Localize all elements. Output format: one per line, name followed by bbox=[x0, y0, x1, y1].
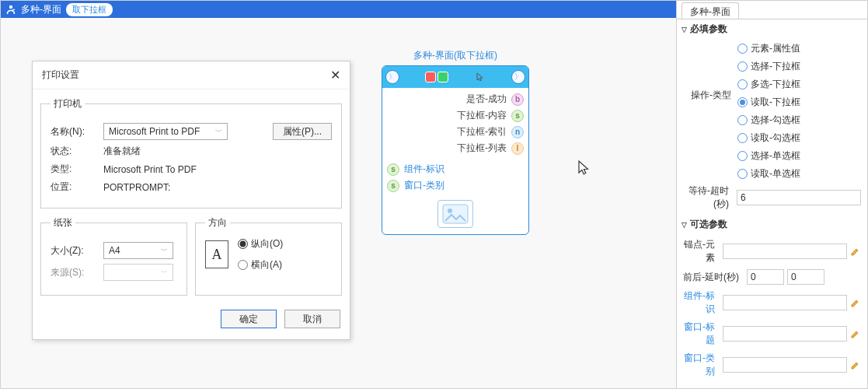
node-type-icon bbox=[425, 72, 448, 82]
operation-type-option[interactable]: 选择-单选框 bbox=[737, 149, 800, 163]
type-value: Microsoft Print To PDF bbox=[103, 164, 197, 175]
radio-icon bbox=[737, 61, 748, 72]
print-settings-dialog: 打印设置 ✕ 打印机 名称(N): Microsoft Print to PDF… bbox=[32, 61, 350, 340]
source-label: 来源(S): bbox=[51, 266, 97, 279]
flow-node[interactable]: 多种-界面(取下拉框) 〉 〉 是否-成功b下拉框-内容s下拉框-索引n下拉 bbox=[382, 49, 529, 235]
operation-type-option[interactable]: 读取-下拉框 bbox=[737, 96, 800, 109]
node-input-port[interactable]: s组件-标识 bbox=[382, 161, 528, 177]
type-badge-icon: s bbox=[511, 110, 524, 122]
window-title-input[interactable] bbox=[723, 326, 847, 342]
ok-button[interactable]: 确定 bbox=[221, 310, 277, 328]
size-label: 大小(Z): bbox=[51, 244, 97, 258]
portrait-radio[interactable]: 纵向(O) bbox=[238, 237, 283, 251]
window-title-label[interactable]: 窗口-标题 bbox=[683, 321, 720, 347]
svg-point-2 bbox=[448, 209, 452, 213]
paper-source-combo: ﹀ bbox=[103, 264, 173, 281]
node-header: 〉 〉 bbox=[382, 66, 528, 88]
printer-name-combo[interactable]: Microsoft Print to PDF ﹀ bbox=[103, 123, 228, 140]
landscape-radio[interactable]: 横向(A) bbox=[238, 258, 283, 272]
edit-icon[interactable] bbox=[850, 359, 861, 370]
operation-type-option[interactable]: 读取-单选框 bbox=[737, 167, 800, 180]
type-label: 类型: bbox=[51, 163, 97, 176]
printer-fieldset: 打印机 名称(N): Microsoft Print to PDF ﹀ 属性(P… bbox=[40, 97, 342, 209]
paper-size-value: A4 bbox=[109, 245, 120, 256]
operation-type-option[interactable]: 元素-属性值 bbox=[737, 42, 800, 55]
radio-icon bbox=[737, 79, 748, 89]
location-value: PORTPROMPT: bbox=[103, 182, 170, 193]
node-output-port[interactable]: 下拉框-内容s bbox=[382, 107, 528, 124]
close-icon[interactable]: ✕ bbox=[330, 68, 340, 82]
component-id-label[interactable]: 组件-标识 bbox=[683, 289, 720, 316]
node-output-port[interactable]: 下拉框-索引n bbox=[382, 124, 528, 140]
chevron-down-icon: ﹀ bbox=[161, 268, 168, 278]
node-out-port[interactable]: 〉 bbox=[511, 70, 525, 84]
orient-legend: 方向 bbox=[205, 216, 230, 230]
radio-icon bbox=[737, 133, 748, 143]
status-value: 准备就绪 bbox=[103, 145, 141, 158]
radio-icon bbox=[737, 97, 748, 107]
operation-type-option[interactable]: 多选-下拉框 bbox=[737, 78, 800, 91]
delay-after-input[interactable] bbox=[787, 269, 824, 285]
type-badge-icon: n bbox=[511, 126, 524, 138]
edit-icon[interactable] bbox=[850, 328, 861, 339]
radio-icon bbox=[737, 169, 748, 179]
operation-type-label: 操作-类型 bbox=[683, 42, 737, 102]
node-in-port[interactable]: 〉 bbox=[385, 70, 399, 84]
mouse-cursor-icon bbox=[577, 159, 591, 179]
edit-icon[interactable] bbox=[850, 246, 861, 257]
anchor-label: 锚点-元素 bbox=[683, 238, 720, 265]
radio-icon bbox=[737, 151, 748, 161]
delay-before-input[interactable] bbox=[747, 269, 784, 285]
cancel-button[interactable]: 取消 bbox=[284, 310, 340, 328]
timeout-label: 等待-超时(秒) bbox=[683, 184, 734, 211]
window-class-input[interactable] bbox=[723, 357, 847, 373]
paper-size-combo[interactable]: A4 ﹀ bbox=[103, 242, 173, 259]
printer-name-value: Microsoft Print to PDF bbox=[109, 126, 200, 137]
properties-button[interactable]: 属性(P)... bbox=[273, 123, 332, 140]
top-ribbon: 多种-界面 取下拉框 bbox=[1, 1, 676, 18]
anchor-input[interactable] bbox=[723, 244, 847, 259]
ribbon-title: 多种-界面 bbox=[21, 3, 61, 16]
required-params-header[interactable]: ▽ 必填参数 bbox=[677, 19, 867, 39]
image-placeholder-icon bbox=[437, 200, 473, 228]
printer-legend: 打印机 bbox=[51, 97, 85, 110]
collapse-icon: ▽ bbox=[682, 221, 687, 229]
chevron-down-icon: ﹀ bbox=[161, 246, 168, 256]
optional-params-header[interactable]: ▽ 可选参数 bbox=[677, 215, 867, 234]
radio-icon bbox=[737, 115, 748, 125]
window-class-label[interactable]: 窗口-类别 bbox=[683, 352, 720, 378]
status-label: 状态: bbox=[51, 145, 97, 158]
node-output-port[interactable]: 是否-成功b bbox=[382, 91, 528, 107]
paper-fieldset: 纸张 大小(Z): A4 ﹀ 来源(S): ﹀ bbox=[40, 216, 187, 296]
edit-icon[interactable] bbox=[850, 297, 861, 308]
operation-type-option[interactable]: 选择-下拉框 bbox=[737, 60, 800, 73]
type-badge-icon: s bbox=[387, 180, 399, 192]
paper-legend: 纸张 bbox=[51, 216, 75, 230]
ribbon-pill: 取下拉框 bbox=[66, 3, 113, 16]
page-preview-icon: A bbox=[205, 240, 228, 268]
radio-icon bbox=[737, 44, 748, 54]
type-badge-icon: l bbox=[511, 142, 524, 155]
name-label: 名称(N): bbox=[51, 125, 97, 138]
type-badge-icon: b bbox=[511, 93, 524, 106]
svg-point-0 bbox=[9, 5, 12, 9]
operation-type-option[interactable]: 选择-勾选框 bbox=[737, 114, 800, 127]
properties-panel: 多种-界面 ▽ 必填参数 操作-类型 元素-属性值选择-下拉框多选-下拉框读取-… bbox=[677, 1, 867, 388]
orientation-fieldset: 方向 A 纵向(O) 横向(A) bbox=[195, 216, 342, 296]
component-id-input[interactable] bbox=[723, 295, 847, 310]
person-icon bbox=[5, 4, 16, 15]
node-title: 多种-界面(取下拉框) bbox=[382, 49, 529, 62]
location-label: 位置: bbox=[51, 180, 97, 194]
main-canvas-area: 多种-界面 取下拉框 打印设置 ✕ 打印机 名称(N): Microsoft P… bbox=[1, 1, 677, 388]
delay-label: 前后-延时(秒) bbox=[683, 271, 744, 284]
node-output-port[interactable]: 下拉框-列表l bbox=[382, 140, 528, 156]
side-tab[interactable]: 多种-界面 bbox=[682, 2, 739, 19]
operation-type-option[interactable]: 读取-勾选框 bbox=[737, 131, 800, 145]
dialog-title: 打印设置 bbox=[42, 68, 79, 82]
chevron-down-icon: ﹀ bbox=[215, 127, 222, 137]
side-tab-bar: 多种-界面 bbox=[677, 1, 867, 19]
timeout-input[interactable] bbox=[737, 190, 861, 205]
cursor-icon bbox=[475, 72, 486, 82]
node-input-port[interactable]: s窗口-类别 bbox=[382, 177, 528, 194]
type-badge-icon: s bbox=[387, 163, 399, 176]
